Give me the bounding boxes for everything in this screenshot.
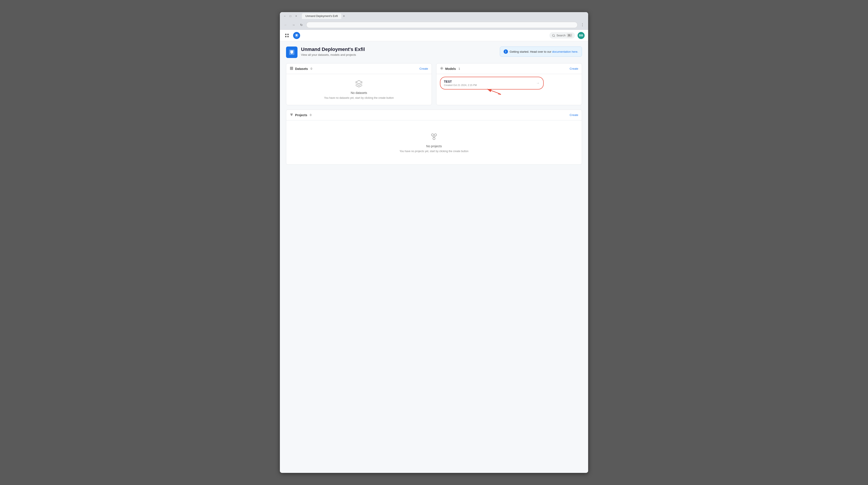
projects-count: 0 <box>310 113 311 117</box>
app-toolbar: Search ⌘/ BB <box>280 30 588 41</box>
maximize-button[interactable]: □ <box>288 14 292 18</box>
grid-menu-button[interactable] <box>283 32 290 39</box>
svg-point-19 <box>431 134 434 136</box>
projects-section-header: Projects 0 Create <box>286 110 582 120</box>
sections-row: Datasets 0 Create No <box>286 63 582 105</box>
svg-point-15 <box>292 114 292 114</box>
svg-rect-11 <box>290 69 293 70</box>
datasets-empty-state: No datasets You have no datasets yet, st… <box>324 80 394 99</box>
org-info: Unmand Deployment's Exfil View all your … <box>301 47 496 56</box>
svg-rect-1 <box>287 34 289 35</box>
user-avatar[interactable]: BB <box>578 32 585 39</box>
projects-panel: Projects 0 Create N <box>286 110 582 165</box>
info-text: Getting started. Head over to our docume… <box>510 50 578 53</box>
datasets-title: Datasets <box>295 67 308 70</box>
browser-menu-button[interactable]: ⋮ <box>579 22 586 28</box>
model-name: TEST <box>444 80 536 83</box>
app-logo[interactable] <box>293 32 300 39</box>
projects-title: Projects <box>295 113 307 117</box>
svg-rect-0 <box>285 34 286 35</box>
svg-line-18 <box>291 114 292 115</box>
svg-point-20 <box>434 134 437 136</box>
datasets-icon <box>290 66 293 71</box>
svg-line-22 <box>432 136 434 137</box>
projects-create-button[interactable]: Create <box>570 113 578 117</box>
svg-rect-3 <box>287 36 289 37</box>
model-date: Created Oct 21 2024, 2:15 PM <box>444 84 536 86</box>
svg-point-21 <box>433 137 435 140</box>
datasets-empty-title: No datasets <box>351 91 367 94</box>
projects-empty-subtitle: You have no projects yet, start by click… <box>399 150 468 153</box>
svg-rect-9 <box>290 67 293 68</box>
models-panel: Models 1 Create TEST Created Oct 21 2024… <box>436 63 582 105</box>
search-shortcut: ⌘/ <box>567 33 572 37</box>
datasets-panel: Datasets 0 Create No <box>286 63 432 105</box>
svg-point-5 <box>553 34 554 36</box>
projects-empty-icon <box>430 132 438 143</box>
models-section-header: Models 1 Create <box>436 63 582 74</box>
models-count: 1 <box>459 67 460 70</box>
svg-rect-2 <box>285 36 286 37</box>
models-title: Models <box>445 67 456 70</box>
datasets-empty-icon <box>355 80 363 89</box>
projects-icon <box>290 113 293 117</box>
datasets-count: 0 <box>310 67 312 70</box>
datasets-section-header: Datasets 0 Create <box>286 63 432 74</box>
info-icon: i <box>503 49 508 54</box>
window-controls: − □ × <box>282 14 298 18</box>
projects-body: No projects You have no projects yet, st… <box>286 120 582 165</box>
models-create-button[interactable]: Create <box>570 67 578 70</box>
tab-bar: Unmand Deployment's Exfil + <box>300 13 586 19</box>
browser-window: − □ × Unmand Deployment's Exfil + ← → ↻ … <box>280 12 588 473</box>
svg-rect-10 <box>290 68 293 69</box>
org-logo-icon <box>288 49 295 56</box>
address-bar[interactable] <box>306 22 578 28</box>
projects-empty-title: No projects <box>426 144 442 148</box>
close-button[interactable]: × <box>294 14 298 18</box>
tab-label: Unmand Deployment's Exfil <box>305 15 338 18</box>
org-logo <box>286 47 298 58</box>
datasets-create-button[interactable]: Create <box>420 67 428 70</box>
org-subtitle: View all your datasets, models and proje… <box>301 53 496 56</box>
datasets-body: No datasets You have no datasets yet, st… <box>286 74 432 105</box>
model-info: TEST Created Oct 21 2024, 2:15 PM <box>444 80 536 86</box>
projects-empty-state: No projects You have no projects yet, st… <box>399 132 468 153</box>
svg-point-16 <box>291 115 292 116</box>
grid-icon <box>285 33 289 37</box>
forward-button[interactable]: → <box>290 22 297 28</box>
search-icon <box>552 34 555 37</box>
page-header: Unmand Deployment's Exfil View all your … <box>286 47 582 58</box>
model-item[interactable]: TEST Created Oct 21 2024, 2:15 PM → <box>440 77 544 89</box>
org-name: Unmand Deployment's Exfil <box>301 47 496 52</box>
svg-line-23 <box>434 136 436 137</box>
svg-line-6 <box>554 36 555 37</box>
docs-link[interactable]: documentation here. <box>552 50 578 53</box>
logo-icon <box>294 33 299 38</box>
minimize-button[interactable]: − <box>282 14 287 18</box>
models-icon <box>440 66 443 71</box>
title-bar: − □ × Unmand Deployment's Exfil + <box>280 12 588 20</box>
models-body: TEST Created Oct 21 2024, 2:15 PM → <box>436 74 582 105</box>
svg-line-17 <box>291 114 291 115</box>
refresh-button[interactable]: ↻ <box>298 22 305 28</box>
search-label: Search <box>556 34 565 37</box>
info-banner: i Getting started. Head over to our docu… <box>500 47 582 57</box>
new-tab-button[interactable]: + <box>341 13 347 19</box>
nav-bar: ← → ↻ ⋮ <box>280 20 588 30</box>
active-tab[interactable]: Unmand Deployment's Exfil <box>302 13 341 19</box>
back-button[interactable]: ← <box>282 22 289 28</box>
svg-point-14 <box>290 114 291 114</box>
model-arrow-icon: → <box>536 81 540 85</box>
datasets-empty-subtitle: You have no datasets yet, start by click… <box>324 96 394 99</box>
search-bar[interactable]: Search ⌘/ <box>549 32 575 38</box>
page-content: Unmand Deployment's Exfil View all your … <box>280 41 588 473</box>
svg-point-12 <box>441 68 442 69</box>
